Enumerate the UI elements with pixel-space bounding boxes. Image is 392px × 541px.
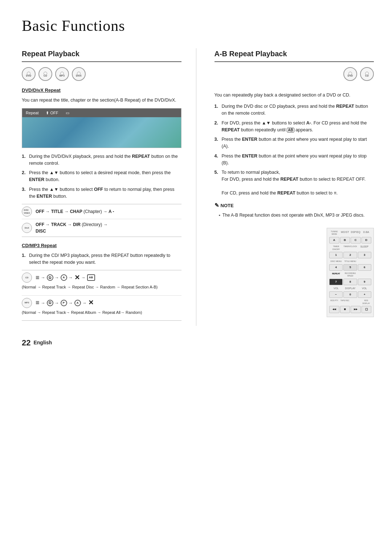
remote-btn-bot2[interactable]: ■	[340, 306, 350, 313]
ab-intro: You can repeatedly play back a designate…	[215, 92, 374, 99]
mp3-formula-sym5: ✕	[88, 298, 94, 308]
remote-label-rds-disp: RDS DISPLAY	[361, 299, 371, 305]
subsection-cdmp3-title: CD/MP3 Repeat	[22, 242, 181, 249]
remote-btn-2[interactable]: 2	[343, 252, 357, 258]
remote-label-repeat: REPEAT	[329, 272, 343, 278]
cdmp3-repeat-table: CD ≡ → ① → A → ✕ → AB (Normal → Repeat T…	[22, 270, 181, 321]
dvd-formula: OFF → TITLE → CHAP (Chapter) → A -	[36, 208, 114, 215]
remote-label-vol2: VOL	[358, 287, 371, 291]
cd-formula-sym5: AB	[87, 274, 95, 281]
remote-label-timer-on: TIMER ON/OFF	[329, 245, 343, 251]
remote-btn-minus[interactable]: −	[329, 291, 343, 298]
table-row-cd: CD ≡ → ① → A → ✕ → AB (Normal → Repeat T…	[22, 270, 181, 296]
page-footer: 22 English	[22, 337, 374, 349]
remote-label-rds-pty: RDS PTY	[329, 299, 339, 305]
remote-label-most: MO/ST	[340, 230, 350, 236]
note-item-1: The A-B Repeat function does not operate…	[219, 212, 374, 218]
dvd-steps-list: 1. During the DVD/DivX playback, press a…	[22, 153, 181, 200]
remote-btn-5[interactable]: 5	[343, 264, 357, 271]
disc-icon-cd: CD	[38, 67, 52, 81]
dvd-step-2: 2. Press the ▲▼ buttons to select a desi…	[22, 169, 181, 183]
right-disc-icon-cd: CD	[360, 67, 374, 81]
remote-control: TUNINGMODE MO/ST DSP/EQ D.BA A B C D TIM…	[327, 228, 374, 317]
remote-btn-b[interactable]: B	[340, 237, 350, 243]
remote-btn-0[interactable]: 0	[343, 291, 357, 298]
cdmp3-steps-list: 1. During the CD/ MP3 playback, press th…	[22, 252, 181, 266]
disc-icon-dvd: DVD	[22, 67, 36, 81]
page-number: 22	[22, 337, 30, 349]
dvd-step-1: 1. During the DVD/DivX playback, press a…	[22, 153, 181, 167]
left-disc-icons: DVD CD MP3 DivX	[22, 67, 181, 81]
table-row-mp3: MP3 ≡ → ① → P → A → ✕ (Normal → Repeat T…	[22, 296, 181, 321]
right-disc-icons: DVD CD	[343, 67, 374, 81]
right-disc-icon-dvd: DVD	[343, 67, 357, 81]
mini-icon-dvdvideo: DVD/VIDEO	[22, 206, 32, 217]
cd-formula-caption: (Normal → Repeat Track → Repeat Disc → R…	[22, 284, 158, 290]
remote-label-blank	[358, 260, 371, 263]
osd-repeat-label: Repeat	[26, 110, 38, 116]
remote-btn-plus[interactable]: +	[358, 291, 371, 298]
osd-off-label: ⬆ OFF	[46, 110, 58, 116]
ab-step-4: 4. Press the ENTER button at the point w…	[215, 153, 374, 167]
remote-label-tuning: TUNINGMODE	[329, 230, 339, 236]
mini-icon-cd: CD	[22, 272, 32, 283]
remote-label-disc-menu: DISC MENU	[329, 260, 343, 263]
remote-label-tape-rec: TAPE REC	[340, 299, 350, 305]
remote-btn-bot3[interactable]: ▸▸	[351, 306, 361, 313]
table-row-dvd: DVD/VIDEO OFF → TITLE → CHAP (Chapter) →…	[22, 204, 181, 219]
remote-btn-a[interactable]: A	[329, 237, 339, 243]
left-column: Repeat Playback DVD CD MP3 DivX DVD/DivX…	[22, 48, 196, 326]
butterfly-image	[22, 117, 181, 148]
remote-btn-4[interactable]: 4	[329, 264, 343, 271]
note-text-content: The A-B Repeat function does not operate…	[222, 212, 365, 218]
remote-btn-1[interactable]: 1	[329, 252, 343, 258]
remote-label-blank2	[358, 272, 371, 278]
dvd-repeat-body: You can repeat the title, chapter or the…	[22, 97, 181, 104]
ab-step-5: 5. To return to normal playback,For DVD,…	[215, 169, 374, 196]
ab-step-1: 1. During the DVD disc or CD playback, p…	[215, 103, 374, 117]
remote-btn-7[interactable]: 7	[329, 279, 343, 285]
mp3-formula-sym2: ①	[47, 300, 53, 306]
note-icon: ✎	[215, 201, 219, 210]
remote-label-vol1: VOL	[329, 287, 343, 291]
dvd-repeat-table: DVD/VIDEO OFF → TITLE → CHAP (Chapter) →…	[22, 204, 181, 237]
right-section-title: A-B Repeat Playback	[215, 48, 374, 62]
remote-label-dba: D.BA	[361, 230, 371, 236]
remote-btn-6[interactable]: 6	[358, 264, 371, 271]
disc-icon-divx: DivX	[72, 67, 86, 81]
remote-label-sleep: SLEEP	[358, 245, 371, 251]
remote-btn-9[interactable]: 9	[358, 279, 371, 285]
mp3-formula-sym4: A	[74, 300, 81, 306]
mini-icon-mp3: MP3	[22, 298, 32, 308]
footer-lang: English	[33, 339, 52, 347]
cd-formula-sym3: A	[61, 274, 67, 281]
mini-icon-divx: DivX	[22, 223, 32, 233]
right-column: A-B Repeat Playback DVD CD You can repea…	[211, 48, 374, 326]
cd-formula-sym1: ≡	[36, 273, 40, 283]
remote-label-blank3	[351, 299, 361, 305]
note-bullet	[219, 212, 220, 218]
remote-btn-bot4[interactable]: ◻	[362, 306, 372, 313]
remote-btn-8[interactable]: 8	[343, 279, 357, 285]
subsection-dvd-title: DVD/DivX Repeat	[22, 87, 181, 94]
remote-label-timer-clk: TIMER/CLOCK	[343, 245, 357, 251]
remote-btn-3[interactable]: 3	[358, 252, 371, 258]
remote-label-rec-speed: RECORDING SPEED	[343, 272, 357, 278]
remote-btn-d[interactable]: D	[362, 237, 372, 243]
cd-formula-sym4: ✕	[74, 273, 80, 283]
remote-btn-bot1[interactable]: ◂◂	[329, 306, 339, 313]
mp3-formula-caption: (Normal → Repeat Track→ Repeat Album → R…	[22, 310, 142, 316]
osd-bar: Repeat ⬆ OFF ▭	[22, 108, 181, 118]
cdmp3-step-1: 1. During the CD/ MP3 playback, press th…	[22, 252, 181, 266]
dvd-screenshot: Repeat ⬆ OFF ▭	[22, 108, 181, 148]
note-section: ✎ NOTE The A-B Repeat function does not …	[215, 201, 374, 218]
osd-icon: ▭	[66, 110, 69, 116]
remote-label-dsp: DSP/EQ	[351, 230, 361, 236]
page-title: Basic Functions	[22, 15, 374, 37]
ab-steps-list: 1. During the DVD disc or CD playback, p…	[215, 103, 374, 196]
mp3-formula-sym3: P	[61, 300, 67, 306]
cd-formula-sym2: ①	[47, 274, 53, 281]
remote-btn-c[interactable]: C	[351, 237, 361, 243]
remote-label-title-menu: TITLE MENU	[343, 260, 357, 263]
divx-formula: OFF → TRACK → DIR (Directory) →DISC	[36, 221, 108, 234]
